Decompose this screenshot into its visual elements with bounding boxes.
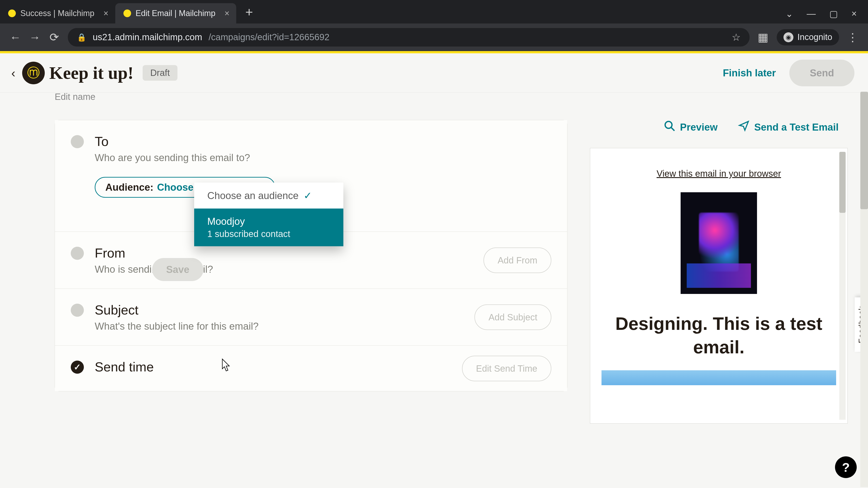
email-hero-image	[681, 192, 757, 294]
new-tab-button[interactable]: +	[236, 4, 262, 20]
incognito-badge[interactable]: ◉ Incognito	[777, 29, 839, 45]
dropdown-placeholder-label: Choose an audience	[207, 190, 299, 201]
svg-point-0	[665, 122, 672, 128]
card-send-time: Send time Edit Send Time	[55, 346, 567, 391]
forward-icon[interactable]: →	[29, 31, 41, 44]
lock-icon: 🔒	[77, 33, 86, 42]
extensions-icon[interactable]: ▦	[757, 31, 769, 44]
mailchimp-favicon	[123, 9, 131, 17]
preview-column: Preview Send a Test Email View this emai…	[590, 120, 868, 424]
browser-tab-strip: Success | Mailchimp × Edit Email | Mailc…	[0, 0, 868, 24]
page-scrollbar-thumb[interactable]	[860, 92, 868, 209]
accent-strip	[0, 51, 868, 53]
add-subject-button[interactable]: Add Subject	[474, 304, 551, 330]
paper-plane-icon	[738, 120, 750, 134]
email-feature-image	[601, 370, 836, 385]
send-test-label: Send a Test Email	[754, 122, 839, 133]
cursor-pointer-icon	[220, 358, 232, 372]
url-domain: us21.admin.mailchimp.com	[93, 32, 202, 42]
mailchimp-logo[interactable]: ⓜ	[22, 62, 45, 84]
app-header: ‹ ⓜ Keep it up! Draft Finish later Send	[0, 53, 868, 93]
mailchimp-favicon	[8, 9, 16, 17]
tab-title: Success | Mailchimp	[20, 8, 94, 18]
status-dot-incomplete	[71, 304, 84, 317]
email-preview-frame: View this email in your browser Designin…	[590, 148, 848, 424]
maximize-icon[interactable]: ▢	[829, 8, 838, 19]
browser-toolbar: ← → ⟳ 🔒 us21.admin.mailchimp.com/campaig…	[0, 24, 868, 51]
close-icon[interactable]: ×	[224, 8, 229, 18]
dropdown-option-moodjoy[interactable]: Moodjoy 1 subscribed contact	[194, 208, 343, 246]
dropdown-option-sub: 1 subscribed contact	[207, 229, 330, 239]
card-subject: Subject What's the subject line for this…	[55, 289, 567, 346]
preview-label: Preview	[680, 122, 717, 133]
check-icon: ✓	[304, 190, 312, 201]
chevron-down-icon[interactable]: ⌄	[785, 8, 793, 19]
edit-name-link[interactable]: Edit name	[55, 92, 868, 102]
send-test-email-link[interactable]: Send a Test Email	[738, 120, 839, 134]
send-button[interactable]: Send	[789, 60, 855, 86]
reload-icon[interactable]: ⟳	[49, 31, 60, 44]
view-in-browser-link[interactable]: View this email in your browser	[657, 168, 781, 179]
tab-edit-email[interactable]: Edit Email | Mailchimp ×	[115, 3, 237, 24]
status-dot-incomplete	[71, 135, 84, 148]
main-area: Edit name To Who are you sending this em…	[0, 92, 868, 487]
tab-success[interactable]: Success | Mailchimp ×	[0, 3, 115, 24]
svg-line-1	[671, 127, 675, 131]
minimize-icon[interactable]: —	[807, 8, 816, 19]
audience-dropdown: Choose an audience ✓ Moodjoy 1 subscribe…	[194, 183, 343, 246]
status-dot-complete	[71, 361, 84, 374]
bookmark-star-icon[interactable]: ☆	[732, 31, 741, 43]
back-chevron-icon[interactable]: ‹	[7, 66, 20, 80]
dropdown-option-name: Moodjoy	[207, 216, 330, 227]
save-button[interactable]: Save	[152, 258, 204, 281]
back-icon[interactable]: ←	[9, 31, 21, 44]
card-subtitle: Who are you sending this email to?	[95, 152, 551, 163]
campaign-title[interactable]: Keep it up!	[49, 63, 133, 83]
window-controls: ⌄ — ▢ ×	[785, 8, 868, 24]
incognito-label: Incognito	[798, 32, 832, 42]
finish-later-link[interactable]: Finish later	[723, 67, 776, 78]
add-from-button[interactable]: Add From	[484, 248, 551, 273]
card-stack: To Who are you sending this email to? Au…	[55, 120, 567, 391]
status-badge: Draft	[143, 65, 178, 80]
editor-column: To Who are you sending this email to? Au…	[0, 120, 590, 424]
incognito-icon: ◉	[783, 32, 794, 42]
scrollbar-thumb[interactable]	[839, 152, 846, 213]
close-window-icon[interactable]: ×	[851, 8, 857, 19]
tab-title: Edit Email | Mailchimp	[135, 8, 215, 18]
url-path: /campaigns/edit?id=12665692	[209, 32, 330, 42]
close-icon[interactable]: ×	[103, 8, 108, 18]
audience-label: Audience:	[105, 182, 153, 193]
edit-send-time-button[interactable]: Edit Send Time	[462, 356, 551, 381]
kebab-menu-icon[interactable]: ⋮	[847, 31, 859, 44]
email-heading: Designing. This is a test email.	[601, 312, 836, 359]
card-title: To	[95, 134, 551, 149]
preview-link[interactable]: Preview	[664, 120, 717, 134]
address-bar[interactable]: 🔒 us21.admin.mailchimp.com/campaigns/edi…	[68, 28, 749, 46]
search-icon	[664, 120, 675, 134]
status-dot-incomplete	[71, 247, 84, 260]
dropdown-placeholder[interactable]: Choose an audience ✓	[194, 183, 343, 208]
help-button[interactable]: ?	[835, 456, 857, 478]
card-to: To Who are you sending this email to? Au…	[55, 120, 567, 232]
